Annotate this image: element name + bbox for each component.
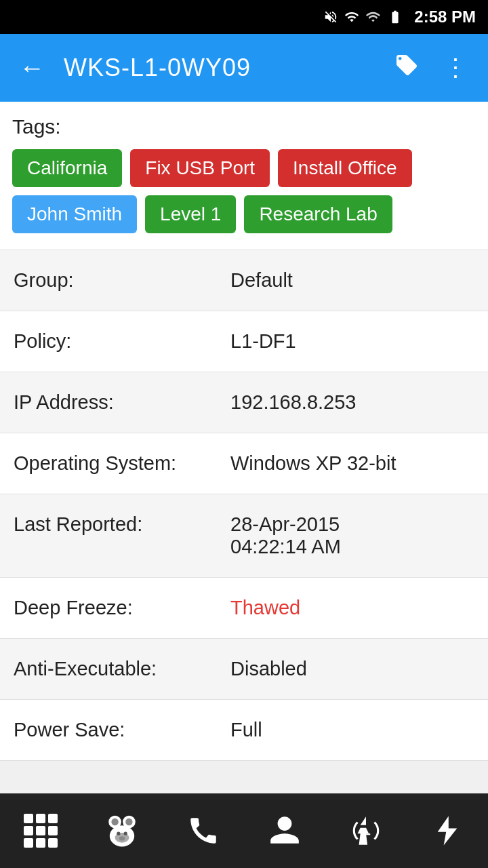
status-time: 2:58 PM <box>414 7 476 26</box>
ip-label: IP Address: <box>14 391 230 414</box>
svg-rect-9 <box>362 833 371 835</box>
tag-svg-icon <box>394 53 419 77</box>
svg-point-7 <box>124 832 127 835</box>
tags-label: Tags: <box>12 115 476 138</box>
tags-section: Tags: California Fix USB Port Install Of… <box>0 102 488 250</box>
tag-chip-install-office[interactable]: Install Office <box>278 149 412 187</box>
info-row-policy: Policy: L1-DF1 <box>0 311 488 372</box>
tag-chip-level-1[interactable]: Level 1 <box>145 195 236 233</box>
deep-freeze-value: Thawed <box>230 597 474 619</box>
more-button[interactable]: ⋮ <box>438 48 474 87</box>
deep-freeze-label: Deep Freeze: <box>14 597 230 619</box>
nav-item-tower[interactable] <box>335 804 397 858</box>
tag-chip-california[interactable]: California <box>12 149 122 187</box>
info-section: Group: Default Policy: L1-DF1 IP Address… <box>0 250 488 761</box>
app-bar: ← WKS-L1-0WY09 ⋮ <box>0 34 488 102</box>
anti-exec-value: Disabled <box>230 658 474 680</box>
back-button[interactable]: ← <box>14 48 50 88</box>
person-svg-icon <box>268 814 302 848</box>
svg-point-8 <box>119 836 125 840</box>
svg-point-4 <box>125 818 132 825</box>
info-row-os: Operating System: Windows XP 32-bit <box>0 433 488 494</box>
app-bar-title: WKS-L1-0WY09 <box>64 54 375 82</box>
policy-value: L1-DF1 <box>230 330 474 353</box>
signal-icon <box>365 9 380 24</box>
info-row-last-reported: Last Reported: 28-Apr-201504:22:14 AM <box>0 494 488 578</box>
info-row-anti-exec: Anti-Executable: Disabled <box>0 639 488 700</box>
tag-chip-fix-usb-port[interactable]: Fix USB Port <box>130 149 270 187</box>
tag-chip-research-lab[interactable]: Research Lab <box>244 195 392 233</box>
group-label: Group: <box>14 269 230 292</box>
info-row-group: Group: Default <box>0 250 488 311</box>
os-label: Operating System: <box>14 452 230 475</box>
content-area: Tags: California Fix USB Port Install Of… <box>0 102 488 761</box>
info-row-deep-freeze: Deep Freeze: Thawed <box>0 578 488 639</box>
nav-item-grid[interactable] <box>9 804 72 858</box>
info-row-power-save: Power Save: Full <box>0 700 488 761</box>
phone-icon <box>183 810 224 851</box>
last-reported-label: Last Reported: <box>14 513 230 536</box>
anti-exec-label: Anti-Executable: <box>14 658 230 680</box>
mute-icon <box>323 9 338 24</box>
tower-icon <box>346 810 386 851</box>
battery-icon <box>386 9 405 24</box>
status-icons: 2:58 PM <box>323 7 476 26</box>
power-save-label: Power Save: <box>14 719 230 741</box>
tower-svg-icon <box>349 814 383 848</box>
bear-icon <box>102 810 142 851</box>
person-icon <box>264 810 305 851</box>
info-row-ip: IP Address: 192.168.8.253 <box>0 372 488 433</box>
power-save-value: Full <box>230 719 474 741</box>
policy-label: Policy: <box>14 330 230 353</box>
tag-chip-john-smith[interactable]: John Smith <box>12 195 137 233</box>
phone-svg-icon <box>186 814 220 848</box>
os-value: Windows XP 32-bit <box>230 452 474 475</box>
tag-icon[interactable] <box>389 47 424 89</box>
last-reported-value: 28-Apr-201504:22:14 AM <box>230 513 474 558</box>
svg-point-6 <box>117 832 120 835</box>
status-bar: 2:58 PM <box>0 0 488 34</box>
svg-point-3 <box>111 818 118 825</box>
lightning-icon <box>427 810 468 851</box>
nav-item-lightning[interactable] <box>416 804 479 858</box>
tags-row: California Fix USB Port Install Office J… <box>12 149 476 233</box>
nav-item-phone[interactable] <box>172 804 235 858</box>
bottom-nav <box>0 793 488 868</box>
wifi-icon <box>344 9 360 24</box>
lightning-svg-icon <box>432 814 462 848</box>
nav-item-bear[interactable] <box>91 804 153 858</box>
ip-value: 192.168.8.253 <box>230 391 474 414</box>
group-value: Default <box>230 269 474 292</box>
bear-svg-icon <box>104 813 140 848</box>
nav-item-person[interactable] <box>253 804 316 858</box>
grid-icon <box>20 810 61 851</box>
